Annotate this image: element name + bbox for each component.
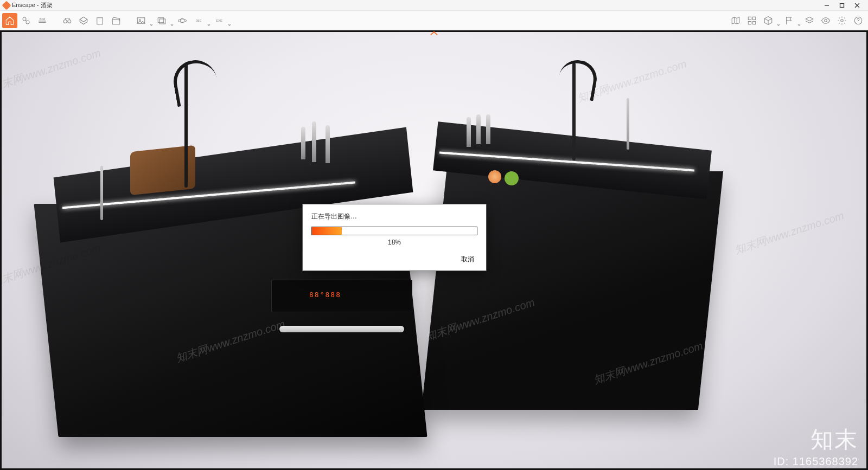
building-icon[interactable] xyxy=(92,13,107,28)
maximize-button[interactable] xyxy=(834,1,850,10)
layers-icon[interactable] xyxy=(802,13,817,28)
svg-point-10 xyxy=(68,20,71,23)
bim-icon[interactable]: BIM xyxy=(35,13,50,28)
minimize-button[interactable] xyxy=(819,1,834,10)
help-icon[interactable] xyxy=(851,13,866,28)
chevron-down-icon[interactable] xyxy=(777,19,780,22)
window-title: Enscape - 酒架 xyxy=(12,1,53,9)
chevron-down-icon[interactable] xyxy=(170,19,174,22)
appliance-handle xyxy=(279,326,404,332)
digital-display: 88°888 xyxy=(309,291,341,299)
chevron-down-icon[interactable] xyxy=(150,19,153,22)
knife-icon xyxy=(312,121,316,162)
small-faucet xyxy=(627,98,629,150)
document-name: 酒架 xyxy=(41,2,53,8)
watermark-brand: 知末 xyxy=(810,424,858,455)
render-viewport[interactable]: 88°888 知末网www.znzmo.com 知末网www.znzmo.com… xyxy=(0,30,868,470)
knife-icon xyxy=(326,125,330,163)
svg-rect-26 xyxy=(753,17,756,20)
flag-icon[interactable] xyxy=(781,13,796,28)
title-sep: - xyxy=(35,2,41,8)
assets-icon[interactable] xyxy=(744,13,760,28)
chevron-down-icon[interactable] xyxy=(797,19,801,22)
eye-icon[interactable] xyxy=(818,13,833,28)
gear-icon[interactable] xyxy=(834,13,850,28)
binoculars-icon[interactable] xyxy=(60,13,75,28)
expand-toolbar-chevron-icon[interactable] xyxy=(429,30,439,39)
svg-rect-27 xyxy=(748,21,751,24)
svg-point-4 xyxy=(23,17,26,21)
svg-point-32 xyxy=(841,19,844,22)
svg-rect-28 xyxy=(753,21,756,24)
progress-bar xyxy=(311,227,477,235)
knife-icon xyxy=(486,114,490,144)
progress-fill xyxy=(312,227,342,235)
knife-icon xyxy=(467,117,471,147)
home-icon[interactable] xyxy=(2,13,17,28)
link-icon[interactable] xyxy=(18,13,34,28)
svg-rect-19 xyxy=(158,17,164,22)
appliance-panel xyxy=(271,280,412,312)
cancel-button[interactable]: 取消 xyxy=(458,254,477,265)
svg-point-9 xyxy=(63,20,67,23)
app-logo-icon xyxy=(2,1,11,10)
orbit-icon[interactable] xyxy=(175,13,190,28)
map-icon[interactable] xyxy=(728,13,743,28)
cube-icon[interactable] xyxy=(761,13,776,28)
small-faucet xyxy=(100,166,103,220)
exe-export-icon[interactable]: EXE xyxy=(212,13,227,28)
clapper-icon[interactable] xyxy=(108,13,124,28)
svg-rect-25 xyxy=(748,17,751,20)
svg-rect-11 xyxy=(97,17,103,24)
close-button[interactable] xyxy=(850,1,865,10)
svg-rect-20 xyxy=(159,19,165,24)
svg-rect-1 xyxy=(840,3,844,7)
knife-icon xyxy=(301,127,305,159)
svg-point-5 xyxy=(26,21,29,24)
export-progress-dialog: 正在导出图像… 18% 取消 xyxy=(302,204,487,271)
titlebar: Enscape - 酒架 xyxy=(0,0,868,11)
export-image-icon[interactable] xyxy=(133,13,149,28)
fruit-icon xyxy=(505,171,519,185)
export-batch-icon[interactable] xyxy=(154,13,169,28)
watermark-id: ID: 1165368392 xyxy=(774,455,858,468)
app-name: Enscape xyxy=(12,2,35,8)
svg-rect-16 xyxy=(112,19,120,24)
toolbar: BIM 360 EXE xyxy=(0,11,868,30)
dialog-title: 正在导出图像… xyxy=(311,212,477,221)
pano-360-icon[interactable]: 360 xyxy=(191,13,206,28)
svg-point-31 xyxy=(825,19,827,22)
svg-point-22 xyxy=(178,19,187,22)
chevron-down-icon[interactable] xyxy=(207,19,210,22)
knife-icon xyxy=(476,114,481,144)
progress-percent: 18% xyxy=(311,239,477,246)
perspective-icon[interactable] xyxy=(76,13,91,28)
fruit-icon xyxy=(488,170,501,183)
chevron-down-icon[interactable] xyxy=(228,19,231,22)
svg-line-6 xyxy=(25,20,27,21)
